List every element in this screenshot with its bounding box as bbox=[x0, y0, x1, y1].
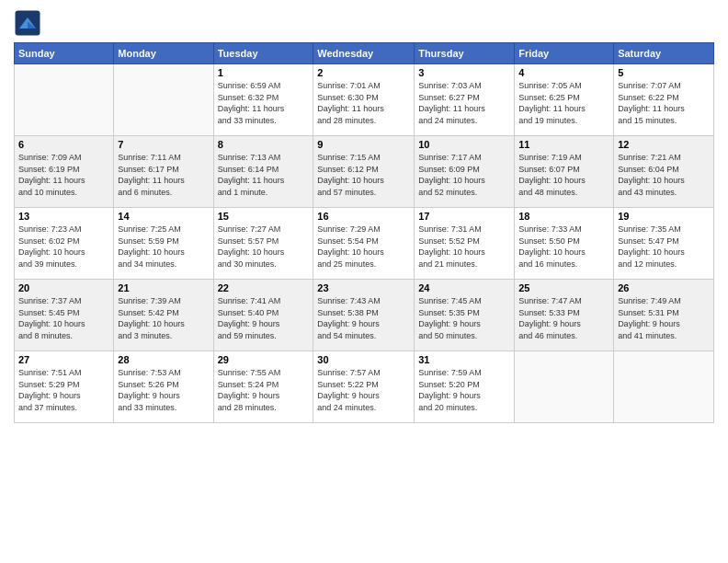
day-info: Sunrise: 7:03 AM Sunset: 6:27 PM Dayligh… bbox=[418, 80, 510, 126]
day-number: 18 bbox=[518, 211, 609, 222]
header-cell-friday: Friday bbox=[515, 43, 614, 64]
header-cell-monday: Monday bbox=[114, 43, 213, 64]
header-cell-tuesday: Tuesday bbox=[213, 43, 313, 64]
day-cell: 21Sunrise: 7:39 AM Sunset: 5:42 PM Dayli… bbox=[114, 280, 213, 351]
day-number: 3 bbox=[418, 67, 510, 78]
day-number: 25 bbox=[518, 282, 609, 293]
day-cell: 10Sunrise: 7:17 AM Sunset: 6:09 PM Dayli… bbox=[415, 136, 515, 208]
day-number: 22 bbox=[218, 282, 310, 293]
day-number: 1 bbox=[218, 67, 310, 78]
day-cell: 1Sunrise: 6:59 AM Sunset: 6:32 PM Daylig… bbox=[213, 64, 313, 136]
day-info: Sunrise: 7:21 AM Sunset: 6:04 PM Dayligh… bbox=[618, 152, 710, 198]
day-cell: 13Sunrise: 7:23 AM Sunset: 6:02 PM Dayli… bbox=[15, 208, 114, 280]
day-number: 10 bbox=[418, 139, 510, 150]
day-info: Sunrise: 7:53 AM Sunset: 5:26 PM Dayligh… bbox=[118, 367, 209, 413]
day-cell: 2Sunrise: 7:01 AM Sunset: 6:30 PM Daylig… bbox=[313, 64, 415, 136]
day-cell: 3Sunrise: 7:03 AM Sunset: 6:27 PM Daylig… bbox=[415, 64, 515, 136]
day-cell: 18Sunrise: 7:33 AM Sunset: 5:50 PM Dayli… bbox=[515, 208, 614, 280]
day-info: Sunrise: 7:23 AM Sunset: 6:02 PM Dayligh… bbox=[18, 224, 109, 270]
week-row-1: 6Sunrise: 7:09 AM Sunset: 6:19 PM Daylig… bbox=[15, 136, 714, 208]
calendar-body: 1Sunrise: 6:59 AM Sunset: 6:32 PM Daylig… bbox=[15, 64, 714, 423]
day-info: Sunrise: 7:59 AM Sunset: 5:20 PM Dayligh… bbox=[418, 367, 510, 413]
day-number: 11 bbox=[518, 139, 609, 150]
day-cell: 4Sunrise: 7:05 AM Sunset: 6:25 PM Daylig… bbox=[515, 64, 614, 136]
header-cell-sunday: Sunday bbox=[15, 43, 114, 64]
day-cell bbox=[515, 351, 614, 423]
day-number: 19 bbox=[618, 211, 710, 222]
day-number: 30 bbox=[317, 354, 410, 365]
day-cell: 25Sunrise: 7:47 AM Sunset: 5:33 PM Dayli… bbox=[515, 280, 614, 351]
day-number: 12 bbox=[618, 139, 710, 150]
logo-icon bbox=[14, 9, 41, 37]
day-info: Sunrise: 7:09 AM Sunset: 6:19 PM Dayligh… bbox=[18, 152, 109, 198]
day-info: Sunrise: 7:45 AM Sunset: 5:35 PM Dayligh… bbox=[418, 295, 510, 341]
day-number: 21 bbox=[118, 282, 209, 293]
day-info: Sunrise: 7:51 AM Sunset: 5:29 PM Dayligh… bbox=[18, 367, 109, 413]
day-cell: 31Sunrise: 7:59 AM Sunset: 5:20 PM Dayli… bbox=[415, 351, 515, 423]
day-number: 31 bbox=[418, 354, 510, 365]
day-number: 20 bbox=[18, 282, 109, 293]
day-number: 26 bbox=[618, 282, 710, 293]
day-number: 23 bbox=[317, 282, 410, 293]
header-cell-wednesday: Wednesday bbox=[313, 43, 415, 64]
day-info: Sunrise: 7:47 AM Sunset: 5:33 PM Dayligh… bbox=[518, 295, 609, 341]
day-info: Sunrise: 7:05 AM Sunset: 6:25 PM Dayligh… bbox=[518, 80, 609, 126]
day-info: Sunrise: 7:35 AM Sunset: 5:47 PM Dayligh… bbox=[618, 224, 710, 270]
day-cell: 11Sunrise: 7:19 AM Sunset: 6:07 PM Dayli… bbox=[515, 136, 614, 208]
week-row-2: 13Sunrise: 7:23 AM Sunset: 6:02 PM Dayli… bbox=[15, 208, 714, 280]
day-number: 6 bbox=[18, 139, 109, 150]
day-number: 9 bbox=[317, 139, 410, 150]
day-info: Sunrise: 7:43 AM Sunset: 5:38 PM Dayligh… bbox=[317, 295, 410, 341]
day-number: 7 bbox=[118, 139, 209, 150]
day-cell: 16Sunrise: 7:29 AM Sunset: 5:54 PM Dayli… bbox=[313, 208, 415, 280]
header-cell-thursday: Thursday bbox=[415, 43, 515, 64]
day-info: Sunrise: 7:57 AM Sunset: 5:22 PM Dayligh… bbox=[317, 367, 410, 413]
day-cell: 12Sunrise: 7:21 AM Sunset: 6:04 PM Dayli… bbox=[614, 136, 714, 208]
day-number: 2 bbox=[317, 67, 410, 78]
day-cell: 15Sunrise: 7:27 AM Sunset: 5:57 PM Dayli… bbox=[213, 208, 313, 280]
header-row: SundayMondayTuesdayWednesdayThursdayFrid… bbox=[15, 43, 714, 64]
header bbox=[14, 9, 714, 37]
day-number: 27 bbox=[18, 354, 109, 365]
day-cell: 22Sunrise: 7:41 AM Sunset: 5:40 PM Dayli… bbox=[213, 280, 313, 351]
day-cell: 17Sunrise: 7:31 AM Sunset: 5:52 PM Dayli… bbox=[415, 208, 515, 280]
day-cell: 14Sunrise: 7:25 AM Sunset: 5:59 PM Dayli… bbox=[114, 208, 213, 280]
day-number: 14 bbox=[118, 211, 209, 222]
day-cell bbox=[614, 351, 714, 423]
day-number: 5 bbox=[618, 67, 710, 78]
day-info: Sunrise: 7:31 AM Sunset: 5:52 PM Dayligh… bbox=[418, 224, 510, 270]
day-cell: 7Sunrise: 7:11 AM Sunset: 6:17 PM Daylig… bbox=[114, 136, 213, 208]
day-number: 17 bbox=[418, 211, 510, 222]
day-info: Sunrise: 7:33 AM Sunset: 5:50 PM Dayligh… bbox=[518, 224, 609, 270]
day-cell: 28Sunrise: 7:53 AM Sunset: 5:26 PM Dayli… bbox=[114, 351, 213, 423]
day-info: Sunrise: 6:59 AM Sunset: 6:32 PM Dayligh… bbox=[218, 80, 310, 126]
week-row-3: 20Sunrise: 7:37 AM Sunset: 5:45 PM Dayli… bbox=[15, 280, 714, 351]
day-cell: 26Sunrise: 7:49 AM Sunset: 5:31 PM Dayli… bbox=[614, 280, 714, 351]
day-number: 28 bbox=[118, 354, 209, 365]
week-row-0: 1Sunrise: 6:59 AM Sunset: 6:32 PM Daylig… bbox=[15, 64, 714, 136]
day-info: Sunrise: 7:19 AM Sunset: 6:07 PM Dayligh… bbox=[518, 152, 609, 198]
day-cell: 23Sunrise: 7:43 AM Sunset: 5:38 PM Dayli… bbox=[313, 280, 415, 351]
day-info: Sunrise: 7:55 AM Sunset: 5:24 PM Dayligh… bbox=[218, 367, 310, 413]
day-number: 13 bbox=[18, 211, 109, 222]
day-cell bbox=[15, 64, 114, 136]
day-cell: 29Sunrise: 7:55 AM Sunset: 5:24 PM Dayli… bbox=[213, 351, 313, 423]
day-number: 24 bbox=[418, 282, 510, 293]
day-number: 4 bbox=[518, 67, 609, 78]
day-cell: 5Sunrise: 7:07 AM Sunset: 6:22 PM Daylig… bbox=[614, 64, 714, 136]
day-info: Sunrise: 7:13 AM Sunset: 6:14 PM Dayligh… bbox=[218, 152, 310, 198]
day-info: Sunrise: 7:27 AM Sunset: 5:57 PM Dayligh… bbox=[218, 224, 310, 270]
day-number: 8 bbox=[218, 139, 310, 150]
calendar-table: SundayMondayTuesdayWednesdayThursdayFrid… bbox=[14, 42, 714, 423]
day-cell: 6Sunrise: 7:09 AM Sunset: 6:19 PM Daylig… bbox=[15, 136, 114, 208]
day-cell: 19Sunrise: 7:35 AM Sunset: 5:47 PM Dayli… bbox=[614, 208, 714, 280]
day-cell: 8Sunrise: 7:13 AM Sunset: 6:14 PM Daylig… bbox=[213, 136, 313, 208]
day-number: 29 bbox=[218, 354, 310, 365]
day-info: Sunrise: 7:25 AM Sunset: 5:59 PM Dayligh… bbox=[118, 224, 209, 270]
day-cell: 27Sunrise: 7:51 AM Sunset: 5:29 PM Dayli… bbox=[15, 351, 114, 423]
day-number: 16 bbox=[317, 211, 410, 222]
day-info: Sunrise: 7:39 AM Sunset: 5:42 PM Dayligh… bbox=[118, 295, 209, 341]
calendar-header: SundayMondayTuesdayWednesdayThursdayFrid… bbox=[15, 43, 714, 64]
day-cell: 20Sunrise: 7:37 AM Sunset: 5:45 PM Dayli… bbox=[15, 280, 114, 351]
logo bbox=[14, 9, 45, 37]
